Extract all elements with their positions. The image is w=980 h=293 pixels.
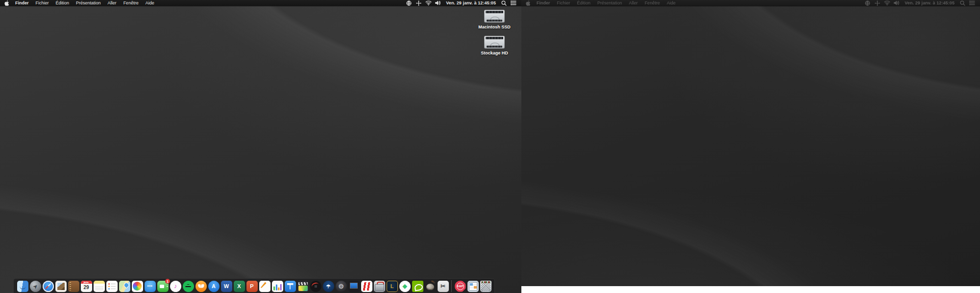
volume-icon[interactable] bbox=[893, 0, 900, 6]
primary-display: FinderFichierÉditionPrésentationAllerFen… bbox=[0, 0, 521, 293]
nvidia-geforce-dock-icon[interactable] bbox=[412, 280, 423, 292]
toolbox-app-dock-icon[interactable] bbox=[373, 280, 385, 292]
safari-dock-icon[interactable] bbox=[42, 280, 54, 292]
dock-icon-glyph: ♪ bbox=[174, 283, 177, 290]
photos-dock-icon[interactable] bbox=[131, 280, 143, 292]
launchpad-dock-icon[interactable]: ➤ bbox=[29, 280, 41, 292]
menu-fichier[interactable]: Fichier bbox=[554, 0, 574, 6]
imovie-dock-icon[interactable] bbox=[297, 280, 309, 292]
numbers-dock-icon[interactable] bbox=[271, 280, 283, 292]
dock-icon-glyph: L bbox=[391, 283, 394, 289]
books-dock-icon[interactable] bbox=[195, 280, 207, 292]
parallels-icon bbox=[361, 281, 372, 292]
imovie-icon bbox=[297, 281, 309, 292]
dock: ➤janv.29•••1♪AWXP☂⚙L◆✂ABP bbox=[13, 278, 495, 293]
wifi-icon[interactable] bbox=[883, 0, 890, 6]
reminders-dock-icon[interactable] bbox=[106, 280, 118, 292]
desktop-icon-label: Stockage HD bbox=[481, 51, 508, 55]
contacts-dock-icon[interactable] bbox=[68, 280, 79, 292]
apple-logo-icon[interactable] bbox=[3, 0, 10, 6]
launchpad-icon: ➤ bbox=[30, 281, 41, 292]
vinyl-record-app-dock-icon[interactable] bbox=[310, 280, 321, 292]
crosshair-status-icon[interactable] bbox=[874, 0, 881, 6]
numbers-icon bbox=[272, 281, 283, 292]
menu-pr-sentation[interactable]: Présentation bbox=[73, 0, 104, 6]
menu-bar-primary: FinderFichierÉditionPrésentationAllerFen… bbox=[0, 0, 521, 6]
messages-dock-icon[interactable]: ••• bbox=[144, 280, 156, 292]
crosshair-status-icon[interactable] bbox=[415, 0, 422, 6]
globe-status-icon[interactable] bbox=[864, 0, 871, 6]
menu-fen-tre[interactable]: Fenêtre bbox=[120, 0, 142, 6]
desktop-icon-stockage-hd[interactable]: Stockage HD bbox=[481, 36, 508, 55]
calendar-icon: janv.29 bbox=[81, 281, 92, 292]
menu-dition[interactable]: Édition bbox=[52, 0, 73, 6]
menubar-clock[interactable]: Ven. 29 janv. à 12:45:05 bbox=[902, 0, 957, 5]
itunes-dock-icon[interactable]: ♪ bbox=[170, 280, 181, 292]
microsoft-powerpoint-dock-icon[interactable]: P bbox=[246, 280, 258, 292]
notification-list-icon[interactable] bbox=[510, 0, 517, 6]
preview-photo-dock-icon[interactable] bbox=[55, 280, 67, 292]
notification-badge: 1 bbox=[165, 279, 170, 284]
excel-icon: X bbox=[234, 281, 245, 292]
menu-bar-secondary: FinderFichierÉditionPrésentationAllerFen… bbox=[521, 0, 980, 6]
dock-icon-glyph: 29 bbox=[83, 285, 89, 290]
reminders-icon bbox=[106, 281, 118, 292]
pages-icon bbox=[259, 281, 270, 292]
menu-fichier[interactable]: Fichier bbox=[32, 0, 52, 6]
winpc-icon bbox=[348, 281, 360, 292]
menu-pr-sentation[interactable]: Présentation bbox=[594, 0, 626, 6]
menu-aide[interactable]: Aide bbox=[663, 0, 679, 6]
gear-utility-dock-icon[interactable]: ⚙ bbox=[335, 280, 347, 292]
notification-list-icon[interactable] bbox=[969, 0, 976, 6]
windows-pc-dock-icon[interactable] bbox=[348, 280, 360, 292]
menu-finder[interactable]: Finder bbox=[533, 0, 554, 6]
keynote-dock-icon[interactable] bbox=[284, 280, 296, 292]
desktop-icon-macintosh-ssd[interactable]: Macintosh SSD bbox=[478, 10, 511, 29]
league-of-legends-dock-icon[interactable]: L bbox=[386, 280, 398, 292]
desktop-wallpaper bbox=[0, 0, 521, 293]
menu-fen-tre[interactable]: Fenêtre bbox=[641, 0, 663, 6]
calendar-dock-icon[interactable]: janv.29 bbox=[80, 280, 92, 292]
contacts-icon bbox=[68, 281, 79, 292]
apple-logo-icon[interactable] bbox=[524, 0, 531, 6]
itunes-icon: ♪ bbox=[170, 281, 181, 292]
spotlight-search-icon[interactable] bbox=[959, 0, 966, 6]
parallels-desktop-dock-icon[interactable] bbox=[361, 280, 372, 292]
umbrella-circle-app-dock-icon[interactable]: ☂ bbox=[322, 280, 334, 292]
spotify-dock-icon[interactable] bbox=[182, 280, 194, 292]
word-icon: W bbox=[221, 281, 232, 292]
downloads-stack-dock-icon[interactable] bbox=[467, 280, 479, 292]
globe-status-icon[interactable] bbox=[405, 0, 412, 6]
menu-aide[interactable]: Aide bbox=[142, 0, 158, 6]
finder-dock-icon[interactable] bbox=[17, 280, 28, 292]
sims-plumbob-dock-icon[interactable]: ◆ bbox=[399, 280, 411, 292]
menu-aller[interactable]: Aller bbox=[626, 0, 641, 6]
notes-dock-icon[interactable] bbox=[93, 280, 105, 292]
spotlight-search-icon[interactable] bbox=[500, 0, 507, 6]
maps-dock-icon[interactable] bbox=[119, 280, 130, 292]
dock-icon-glyph: ••• bbox=[147, 284, 153, 289]
menu-finder[interactable]: Finder bbox=[12, 0, 32, 6]
microsoft-excel-dock-icon[interactable]: X bbox=[233, 280, 245, 292]
app-store-dock-icon[interactable]: A bbox=[208, 280, 220, 292]
menubar-clock[interactable]: Ven. 29 janv. à 12:45:05 bbox=[443, 0, 499, 5]
screenshot-tool-dock-icon[interactable]: ✂ bbox=[437, 280, 449, 292]
menu-dition[interactable]: Édition bbox=[574, 0, 594, 6]
adblock-plus-dock-icon[interactable]: ABP bbox=[454, 280, 466, 292]
menu-aller[interactable]: Aller bbox=[104, 0, 120, 6]
geardisc-icon: ⚙ bbox=[336, 281, 347, 292]
toolbox-icon bbox=[374, 281, 385, 292]
wifi-icon[interactable] bbox=[425, 0, 432, 6]
dual-monitor-desktop: FinderFichierÉditionPrésentationAllerFen… bbox=[0, 0, 980, 293]
facetime-dock-icon[interactable]: 1 bbox=[157, 280, 169, 292]
preview-icon bbox=[55, 281, 67, 292]
dock-icon-glyph: ◆ bbox=[402, 283, 407, 290]
gimp-dock-icon[interactable] bbox=[424, 280, 436, 292]
notes-icon bbox=[94, 281, 105, 292]
trash-dock-icon[interactable] bbox=[480, 280, 491, 292]
gimp-icon bbox=[425, 281, 436, 292]
volume-icon[interactable] bbox=[435, 0, 441, 6]
screenshot-icon: ✂ bbox=[438, 281, 449, 292]
microsoft-word-dock-icon[interactable]: W bbox=[220, 280, 232, 292]
pages-dock-icon[interactable] bbox=[259, 280, 270, 292]
